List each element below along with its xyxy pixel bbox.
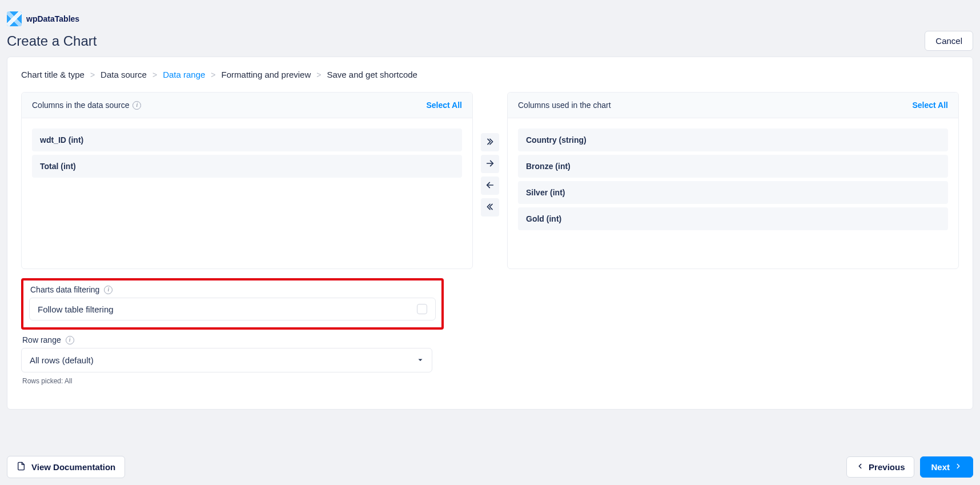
follow-table-filtering-checkbox[interactable] [417,304,427,314]
source-column-item[interactable]: wdt_ID (int) [32,129,462,151]
chevron-right-icon: > [316,70,321,79]
document-icon [17,462,26,472]
cancel-button[interactable]: Cancel [925,31,973,51]
breadcrumb-step-data-range[interactable]: Data range [163,70,205,79]
follow-table-filtering-row[interactable]: Follow table filtering [29,298,436,320]
rows-picked-label: Rows picked: All [21,372,432,385]
follow-table-filtering-label: Follow table filtering [38,304,114,314]
chevron-right-icon: > [211,70,215,79]
brand: wpDataTables [7,0,973,29]
move-all-left-button[interactable] [481,198,499,217]
info-icon[interactable] [104,286,113,294]
filtering-title: Charts data filtering [30,285,99,294]
cancel-button-label: Cancel [935,36,962,46]
view-documentation-label: View Documentation [31,462,115,472]
brand-logo-icon [7,11,22,26]
source-columns-title: Columns in the data source [32,101,129,110]
breadcrumb-step-formatting[interactable]: Formatting and preview [222,70,311,79]
used-columns-title: Columns used in the chart [518,101,611,110]
breadcrumb-step-data-source[interactable]: Data source [101,70,147,79]
used-column-item[interactable]: Bronze (int) [518,155,948,178]
row-range-selected-value: All rows (default) [30,355,94,365]
double-chevron-right-icon [485,137,495,148]
used-column-item[interactable]: Country (string) [518,129,948,151]
chevron-right-icon: > [152,70,157,79]
chevron-left-icon [856,462,864,472]
used-column-item[interactable]: Gold (int) [518,207,948,230]
arrow-right-icon [485,159,495,170]
move-all-right-button[interactable] [481,133,499,151]
breadcrumb-step-save[interactable]: Save and get shortcode [327,70,417,79]
next-button[interactable]: Next [920,456,973,478]
row-range-title: Row range [22,335,61,344]
column-move-controls [473,92,507,217]
used-select-all-button[interactable]: Select All [912,101,948,110]
move-left-button[interactable] [481,177,499,195]
info-icon[interactable] [132,101,141,110]
source-column-item[interactable]: Total (int) [32,155,462,178]
next-button-label: Next [931,462,950,472]
source-select-all-button[interactable]: Select All [426,101,462,110]
caret-down-icon [417,355,424,365]
double-chevron-left-icon [485,202,495,213]
previous-button[interactable]: Previous [846,456,914,478]
used-column-item[interactable]: Silver (int) [518,181,948,204]
previous-button-label: Previous [869,462,905,472]
wizard-panel: Chart title & type > Data source > Data … [7,57,973,410]
charts-data-filtering-section: Charts data filtering Follow table filte… [21,278,444,330]
chevron-right-icon: > [90,70,95,79]
view-documentation-button[interactable]: View Documentation [7,456,125,478]
breadcrumb: Chart title & type > Data source > Data … [21,57,959,92]
brand-name: wpDataTables [26,14,79,23]
info-icon[interactable] [66,336,74,344]
row-range-select[interactable]: All rows (default) [21,348,432,372]
move-right-button[interactable] [481,155,499,173]
source-columns-box: Columns in the data source Select All wd… [21,92,473,269]
breadcrumb-step-title-type[interactable]: Chart title & type [21,70,85,79]
chevron-right-icon [954,462,962,472]
page-title: Create a Chart [7,33,97,49]
used-columns-box: Columns used in the chart Select All Cou… [507,92,959,269]
arrow-left-icon [485,181,495,191]
row-range-section: Row range All rows (default) Rows picked… [21,335,432,385]
